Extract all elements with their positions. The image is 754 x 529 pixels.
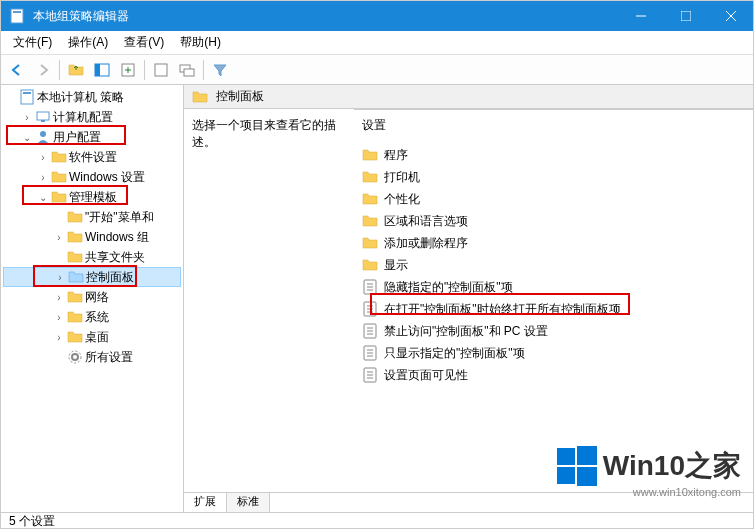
tree-label: 网络 <box>85 289 113 306</box>
folder-icon <box>67 209 83 225</box>
show-hide-tree-button[interactable] <box>90 58 114 82</box>
tree-windows-components[interactable]: ›Windows 组 <box>3 227 181 247</box>
setting-label: 在打开"控制面板"时始终打开所有控制面板项 <box>384 301 621 318</box>
setting-row[interactable]: 设置页面可见性 <box>362 364 745 386</box>
close-button[interactable] <box>708 1 753 31</box>
setting-row[interactable]: 个性化 <box>362 188 745 210</box>
toolbar-separator <box>144 60 145 80</box>
tree-root[interactable]: 本地计算机 策略 <box>3 87 181 107</box>
tree-admin-templates[interactable]: ⌄管理模板 <box>3 187 181 207</box>
maximize-button[interactable] <box>663 1 708 31</box>
tree-computer-config[interactable]: ›计算机配置 <box>3 107 181 127</box>
user-icon <box>35 129 51 145</box>
settings-header[interactable]: 设置 <box>362 117 745 134</box>
titlebar: 本地组策略编辑器 <box>1 1 753 31</box>
setting-label: 区域和语言选项 <box>384 213 468 230</box>
expand-icon[interactable]: › <box>35 152 51 163</box>
setting-row[interactable]: 程序 <box>362 144 745 166</box>
setting-row[interactable]: 禁止访问"控制面板"和 PC 设置 <box>362 320 745 342</box>
setting-label: 添加或删除程序 <box>384 235 468 252</box>
folder-open-icon <box>68 269 84 285</box>
folder-icon <box>67 329 83 345</box>
tree-control-panel[interactable]: ›控制面板 <box>3 267 181 287</box>
back-button[interactable] <box>5 58 29 82</box>
setting-row[interactable]: 在打开"控制面板"时始终打开所有控制面板项 <box>362 298 745 320</box>
policy-icon <box>362 345 378 361</box>
policy-icon <box>362 367 378 383</box>
toolbar-separator <box>59 60 60 80</box>
folder-icon <box>362 257 378 273</box>
tree-user-config[interactable]: ⌄用户配置 <box>3 127 181 147</box>
tree-label: 系统 <box>85 309 113 326</box>
tree-label: 共享文件夹 <box>85 249 149 266</box>
expand-icon[interactable]: › <box>51 332 67 343</box>
folder-icon <box>362 147 378 163</box>
toolbar-separator <box>203 60 204 80</box>
main-area: 本地计算机 策略 ›计算机配置 ⌄用户配置 ›软件设置 ›Windows 设置 … <box>1 85 753 512</box>
expand-icon[interactable]: › <box>51 292 67 303</box>
tree-pane[interactable]: 本地计算机 策略 ›计算机配置 ⌄用户配置 ›软件设置 ›Windows 设置 … <box>1 85 184 512</box>
window-controls <box>618 1 753 31</box>
minimize-button[interactable] <box>618 1 663 31</box>
expand-icon[interactable]: › <box>52 272 68 283</box>
settings-column: 设置 程序打印机个性化区域和语言选项添加或删除程序显示隐藏指定的"控制面板"项在… <box>362 117 745 484</box>
setting-row[interactable]: 显示 <box>362 254 745 276</box>
content-pane: 控制面板 选择一个项目来查看它的描述。 设置 程序打印机个性化区域和语言选项添加… <box>184 85 753 512</box>
tree-label: Windows 设置 <box>69 169 149 186</box>
expand-icon[interactable]: › <box>51 312 67 323</box>
menu-help[interactable]: 帮助(H) <box>172 32 229 53</box>
setting-label: 隐藏指定的"控制面板"项 <box>384 279 513 296</box>
setting-label: 个性化 <box>384 191 420 208</box>
tree-all-settings[interactable]: 所有设置 <box>3 347 181 367</box>
statusbar: 5 个设置 <box>1 512 753 529</box>
content-header-title: 控制面板 <box>216 88 264 105</box>
policy-icon <box>362 323 378 339</box>
refresh-button[interactable] <box>149 58 173 82</box>
folder-icon <box>362 235 378 251</box>
expand-icon[interactable]: ⌄ <box>35 192 51 203</box>
tree-label: 桌面 <box>85 329 113 346</box>
folder-icon <box>67 229 83 245</box>
window-title: 本地组策略编辑器 <box>33 8 618 25</box>
settings-list: 程序打印机个性化区域和语言选项添加或删除程序显示隐藏指定的"控制面板"项在打开"… <box>362 144 745 386</box>
tree-software-settings[interactable]: ›软件设置 <box>3 147 181 167</box>
tree-desktop[interactable]: ›桌面 <box>3 327 181 347</box>
tab-standard[interactable]: 标准 <box>227 493 270 512</box>
folder-icon <box>67 309 83 325</box>
setting-row[interactable]: 隐藏指定的"控制面板"项 <box>362 276 745 298</box>
tree-windows-settings[interactable]: ›Windows 设置 <box>3 167 181 187</box>
tree-system[interactable]: ›系统 <box>3 307 181 327</box>
content-header: 控制面板 <box>184 85 753 109</box>
setting-row[interactable]: 只显示指定的"控制面板"项 <box>362 342 745 364</box>
menu-view[interactable]: 查看(V) <box>116 32 172 53</box>
properties-button[interactable] <box>175 58 199 82</box>
folder-icon <box>67 249 83 265</box>
menu-action[interactable]: 操作(A) <box>60 32 116 53</box>
tree-network[interactable]: ›网络 <box>3 287 181 307</box>
description-column: 选择一个项目来查看它的描述。 <box>192 117 362 484</box>
tree-shared-folders[interactable]: 共享文件夹 <box>3 247 181 267</box>
folder-icon <box>51 149 67 165</box>
gpedit-icon <box>19 89 35 105</box>
forward-button[interactable] <box>31 58 55 82</box>
tab-extended[interactable]: 扩展 <box>184 493 227 512</box>
up-button[interactable] <box>64 58 88 82</box>
menu-file[interactable]: 文件(F) <box>5 32 60 53</box>
tree-label: "开始"菜单和 <box>85 209 158 226</box>
setting-row[interactable]: 打印机 <box>362 166 745 188</box>
setting-label: 打印机 <box>384 169 420 186</box>
tree-label: 本地计算机 策略 <box>37 89 128 106</box>
filter-button[interactable] <box>208 58 232 82</box>
folder-icon <box>51 189 67 205</box>
setting-label: 显示 <box>384 257 408 274</box>
expand-icon[interactable]: ⌄ <box>19 132 35 143</box>
tree-start-menu[interactable]: "开始"菜单和 <box>3 207 181 227</box>
setting-row[interactable]: 区域和语言选项 <box>362 210 745 232</box>
expand-icon[interactable]: › <box>35 172 51 183</box>
setting-row[interactable]: 添加或删除程序 <box>362 232 745 254</box>
setting-label: 程序 <box>384 147 408 164</box>
folder-icon <box>362 213 378 229</box>
export-button[interactable] <box>116 58 140 82</box>
expand-icon[interactable]: › <box>19 112 35 123</box>
expand-icon[interactable]: › <box>51 232 67 243</box>
